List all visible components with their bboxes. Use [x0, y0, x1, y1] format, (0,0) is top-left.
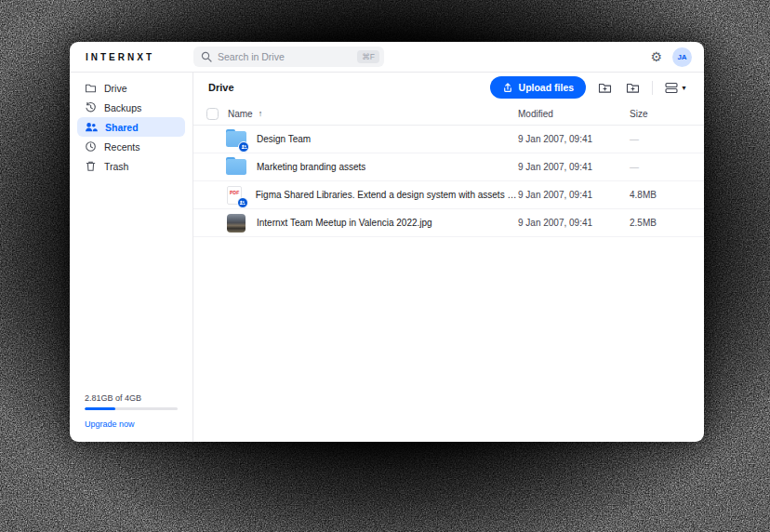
- topbar: INTERNXT Search in Drive ⌘F ⚙ JA: [70, 42, 704, 73]
- file-modified: 9 Jan 2007, 09:41: [518, 190, 630, 200]
- column-header-modified: Modified: [518, 109, 630, 119]
- file-modified: 9 Jan 2007, 09:41: [518, 218, 630, 228]
- pdf-file-icon: PDF: [224, 185, 246, 206]
- sidebar-item-label: Trash: [104, 161, 128, 172]
- search-shortcut-badge: ⌘F: [357, 50, 379, 63]
- avatar[interactable]: JA: [672, 47, 692, 67]
- file-size: 4.8MB: [630, 190, 704, 200]
- image-thumbnail: [225, 213, 246, 233]
- table-row[interactable]: Marketing branding assets 9 Jan 2007, 09…: [193, 153, 704, 181]
- internxt-logo: INTERNXT: [70, 52, 193, 62]
- sort-ascending-icon: ↑: [259, 109, 263, 118]
- list-view-icon: [665, 82, 678, 94]
- file-name: Figma Shared Libraries. Extend a design …: [252, 190, 518, 200]
- folder-plus-icon: [626, 82, 640, 94]
- settings-gear-icon[interactable]: ⚙: [650, 50, 662, 63]
- storage-widget: 2.81GB of 4GB Upgrade now: [85, 393, 178, 429]
- file-modified: 9 Jan 2007, 09:41: [518, 134, 630, 144]
- shared-people-icon: [85, 121, 98, 133]
- sidebar: Drive Backups Shared: [70, 73, 193, 442]
- shared-folder-icon: [225, 129, 246, 150]
- file-size: 2.5MB: [630, 218, 704, 228]
- upload-folder-button[interactable]: [596, 80, 614, 96]
- storage-progress-fill: [85, 407, 115, 410]
- file-name: Internxt Team Meetup in Valencia 2022.jp…: [253, 218, 432, 228]
- file-size: —: [630, 134, 704, 144]
- sidebar-item-label: Backups: [104, 102, 141, 113]
- storage-progress-bar: [85, 407, 178, 410]
- upgrade-now-link[interactable]: Upgrade now: [85, 419, 178, 429]
- file-modified: 9 Jan 2007, 09:41: [518, 162, 630, 172]
- folder-icon: [225, 157, 246, 178]
- file-name: Design Team: [253, 134, 311, 144]
- header-actions: Upload files: [490, 76, 689, 99]
- sidebar-item-trash[interactable]: Trash: [77, 156, 185, 176]
- main-panel: Drive Upload files: [193, 73, 704, 442]
- sidebar-item-recents[interactable]: Recents: [77, 137, 185, 156]
- sidebar-item-backups[interactable]: Backups: [77, 98, 185, 117]
- table-row[interactable]: Design Team 9 Jan 2007, 09:41 —: [193, 126, 704, 153]
- main-header: Drive Upload files: [193, 73, 704, 102]
- sidebar-item-shared[interactable]: Shared: [77, 117, 185, 137]
- actions-divider: [652, 81, 653, 95]
- folder-icon: [85, 82, 97, 94]
- backup-clock-icon: [85, 101, 97, 113]
- table-row[interactable]: PDF Figma Shared Libraries. Extend a des…: [193, 181, 704, 209]
- folder-plus-icon: [598, 82, 612, 94]
- storage-usage-text: 2.81GB of 4GB: [85, 393, 178, 403]
- sidebar-item-drive[interactable]: Drive: [77, 78, 185, 98]
- upload-icon: [502, 82, 513, 93]
- sidebar-item-label: Shared: [105, 122, 139, 133]
- clock-icon: [85, 140, 97, 153]
- sidebar-item-label: Recents: [104, 141, 140, 153]
- column-header-size: Size: [630, 109, 704, 119]
- view-mode-button[interactable]: ▼: [663, 80, 689, 96]
- shared-badge-icon: [238, 141, 249, 153]
- trash-icon: [85, 160, 97, 172]
- topbar-right: ⚙ JA: [650, 47, 704, 67]
- column-header-name[interactable]: Name ↑: [193, 108, 518, 120]
- file-name: Marketing branding assets: [253, 162, 365, 172]
- file-size: —: [630, 162, 704, 172]
- search-input[interactable]: Search in Drive ⌘F: [193, 47, 384, 67]
- name-header-label: Name: [228, 109, 253, 119]
- chevron-down-icon: ▼: [681, 85, 687, 91]
- sidebar-item-label: Drive: [104, 83, 127, 94]
- table-header: Name ↑ Modified Size: [193, 102, 704, 126]
- upload-files-label: Upload files: [519, 82, 575, 93]
- select-all-checkbox[interactable]: [206, 108, 219, 120]
- search-placeholder: Search in Drive: [218, 51, 357, 62]
- shared-badge-icon: [237, 197, 248, 208]
- upload-files-button[interactable]: Upload files: [490, 76, 587, 99]
- create-folder-button[interactable]: [624, 80, 642, 96]
- search-icon: [201, 51, 212, 62]
- app-window: INTERNXT Search in Drive ⌘F ⚙ JA Drive: [70, 42, 704, 442]
- table-row[interactable]: Internxt Team Meetup in Valencia 2022.jp…: [193, 209, 704, 237]
- breadcrumb: Drive: [208, 82, 234, 93]
